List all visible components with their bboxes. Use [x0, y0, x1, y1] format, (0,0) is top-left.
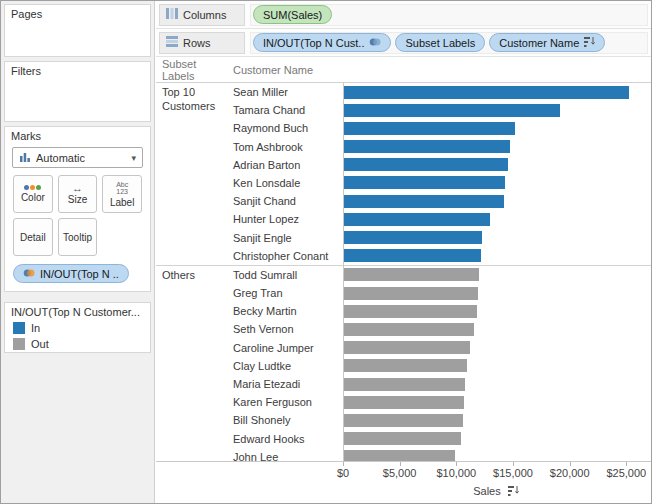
customer-name-label[interactable]: Edward Hooks [231, 430, 343, 448]
label-button[interactable]: Abc 123 Label [102, 175, 142, 213]
sales-bar[interactable] [343, 287, 478, 300]
size-button[interactable]: ↔ Size [58, 175, 98, 213]
bar-row: Sanjit Chand [231, 192, 651, 210]
marks-title: Marks [5, 127, 150, 144]
marks-set-pill[interactable]: IN/OUT(Top N .. [13, 264, 129, 283]
customer-name-label[interactable]: Seth Vernon [231, 320, 343, 338]
bar-row: Tamara Chand [231, 101, 651, 119]
customer-name-label[interactable]: Ken Lonsdale [231, 174, 343, 192]
customer-name-label[interactable]: Becky Martin [231, 302, 343, 320]
sales-bar[interactable] [343, 86, 629, 99]
bar-row: Raymond Buch [231, 119, 651, 137]
bar-track [343, 229, 651, 247]
sales-bar[interactable] [343, 305, 477, 318]
filters-drop-area[interactable] [5, 79, 150, 121]
customer-name-label[interactable]: Caroline Jumper [231, 339, 343, 357]
sidebar: Pages Filters Marks Automatic ▾ [1, 1, 155, 503]
bar-track [343, 266, 651, 284]
bar-track [343, 357, 651, 375]
pages-drop-area[interactable] [5, 22, 150, 56]
sales-bar[interactable] [343, 158, 508, 171]
color-button[interactable]: Color [13, 175, 53, 213]
pill-customer-name[interactable]: Customer Name [489, 33, 605, 52]
customer-name-label[interactable]: Tom Ashbrook [231, 138, 343, 156]
customer-name-label[interactable]: Maria Etezadi [231, 375, 343, 393]
axis-tick-label: $0 [337, 467, 349, 479]
tooltip-button[interactable]: Tooltip [58, 218, 98, 256]
color-button-label: Color [21, 192, 45, 203]
customer-name-label[interactable]: Bill Shonely [231, 411, 343, 429]
pane-headers: Subset Labels Customer Name [156, 57, 651, 83]
sales-bar[interactable] [343, 176, 505, 189]
sales-bar[interactable] [343, 378, 465, 391]
customer-name-label[interactable]: Sanjit Chand [231, 192, 343, 210]
customer-name-label[interactable]: Adrian Barton [231, 156, 343, 174]
axis-label-row: Sales [343, 485, 649, 498]
sales-bar[interactable] [343, 231, 482, 244]
customer-name-label[interactable]: Hunter Lopez [231, 210, 343, 228]
pages-title: Pages [5, 5, 150, 22]
sales-bar[interactable] [343, 414, 463, 427]
pill-inout-set[interactable]: IN/OUT(Top N Cust.. [253, 33, 391, 52]
sales-bar[interactable] [343, 341, 470, 354]
sales-bar[interactable] [343, 104, 560, 117]
sales-bar[interactable] [343, 122, 515, 135]
sales-bar[interactable] [343, 140, 510, 153]
subset-label[interactable]: Others [156, 266, 231, 461]
rows-shelf: Rows IN/OUT(Top N Cust.. Subset Labels C… [156, 29, 651, 57]
sales-bar[interactable] [343, 249, 481, 262]
axis-tick-label: $20,000 [550, 467, 590, 479]
subset-labels-header[interactable]: Subset Labels [156, 58, 231, 82]
color-icon [24, 185, 41, 190]
customer-name-label[interactable]: Christopher Conant [231, 247, 343, 265]
bar-track [343, 210, 651, 228]
columns-shelf-track[interactable]: SUM(Sales) [250, 4, 648, 26]
customer-name-label[interactable]: Tamara Chand [231, 101, 343, 119]
rows-shelf-label: Rows [159, 32, 245, 54]
sales-bar[interactable] [343, 195, 504, 208]
bar-track [343, 393, 651, 411]
legend-title: IN/OUT(Top N Customer... [5, 303, 150, 320]
rows-shelf-track[interactable]: IN/OUT(Top N Cust.. Subset Labels Custom… [250, 32, 648, 54]
axis-tick-mark [570, 462, 571, 466]
customer-name-header[interactable]: Customer Name [231, 64, 343, 76]
customer-name-label[interactable]: Clay Ludtke [231, 357, 343, 375]
pill-subset-labels[interactable]: Subset Labels [395, 33, 485, 52]
sales-bar[interactable] [343, 213, 490, 226]
pill-sum-sales-label: SUM(Sales) [263, 9, 322, 21]
sales-bar[interactable] [343, 268, 479, 281]
sales-bar[interactable] [343, 432, 461, 445]
sales-bar[interactable] [343, 396, 464, 409]
bar-track [343, 302, 651, 320]
axis-tick-label: $5,000 [383, 467, 417, 479]
mark-type-value: Automatic [36, 152, 126, 164]
customer-name-label[interactable]: Karen Ferguson [231, 393, 343, 411]
bar-track [343, 375, 651, 393]
text-label-icon: Abc 123 [116, 181, 128, 195]
customer-name-label[interactable]: Raymond Buch [231, 119, 343, 137]
customer-name-label[interactable]: John Lee [231, 448, 343, 461]
axis-sort-icon[interactable] [508, 486, 519, 498]
axis-tick-label: $10,000 [436, 467, 476, 479]
venn-set-icon [369, 37, 381, 49]
customer-name-label[interactable]: Sean Miller [231, 83, 343, 101]
pill-sum-sales[interactable]: SUM(Sales) [253, 5, 332, 24]
bar-row: Christopher Conant [231, 247, 651, 265]
legend-item-in[interactable]: In [5, 320, 150, 336]
size-button-label: Size [68, 194, 87, 205]
mark-type-dropdown[interactable]: Automatic ▾ [12, 147, 143, 168]
axis-tick-mark [400, 462, 401, 466]
sales-bar[interactable] [343, 450, 455, 461]
sales-bar[interactable] [343, 359, 467, 372]
customer-name-label[interactable]: Todd Sumrall [231, 266, 343, 284]
detail-button[interactable]: Detail [13, 218, 53, 256]
bar-row: Hunter Lopez [231, 210, 651, 228]
subset-label[interactable]: Top 10 Customers [156, 83, 231, 265]
customer-name-label[interactable]: Greg Tran [231, 284, 343, 302]
marks-set-pill-label: IN/OUT(Top N .. [40, 268, 119, 280]
bar-track [343, 284, 651, 302]
sales-bar[interactable] [343, 323, 474, 336]
legend-item-out[interactable]: Out [5, 336, 150, 352]
bar-track [343, 430, 651, 448]
customer-name-label[interactable]: Sanjit Engle [231, 229, 343, 247]
